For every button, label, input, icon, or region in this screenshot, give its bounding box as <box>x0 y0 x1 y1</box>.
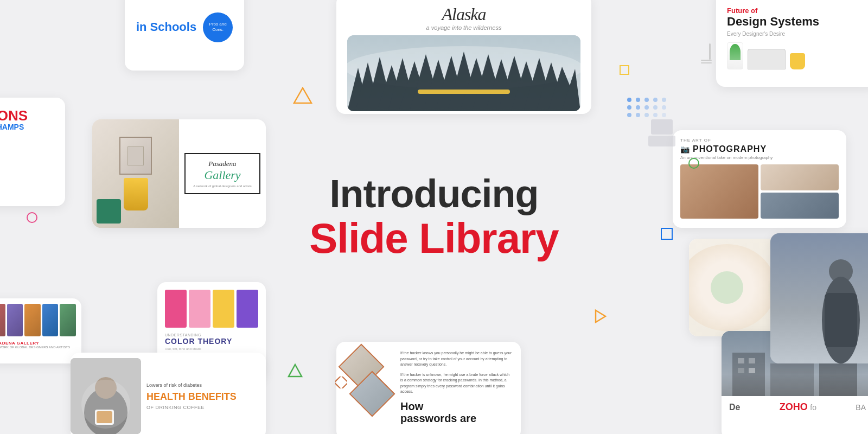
gallery-photo-5 <box>60 304 76 336</box>
gray-rect-deco <box>651 119 673 135</box>
pw-diamonds <box>345 350 394 421</box>
bar-pink <box>165 290 187 328</box>
enterprise-bottom: De ZOHO fo BA <box>722 396 868 418</box>
photo-title: PHOTOGRAPHY <box>693 144 767 154</box>
lessons-title: SSONS <box>0 108 54 123</box>
orange-play-deco <box>593 309 608 326</box>
ds-cup-icon <box>790 53 805 69</box>
gallery-logo-sub: A network of global designers and artist… <box>193 184 252 188</box>
schools-card[interactable]: in Schools Pros and Cons. <box>125 0 244 71</box>
svg-rect-43 <box>661 228 672 239</box>
schools-title: in Schools <box>136 20 196 34</box>
ds-laptop-icon <box>748 49 786 69</box>
bar-yellow <box>213 290 234 328</box>
svg-marker-46 <box>289 365 302 376</box>
gallery-small-title: PASADENA GALLERY <box>0 341 76 346</box>
alaska-image <box>347 35 580 111</box>
svg-rect-41 <box>825 293 857 347</box>
svg-point-44 <box>689 158 699 168</box>
svg-rect-21 <box>418 90 510 94</box>
green-triangle-deco <box>288 363 303 380</box>
ct-subtitle: Hue, tint, tone and shade <box>165 347 258 350</box>
camera-icon: 📷 <box>680 145 690 154</box>
gallery-photo-4 <box>42 304 59 336</box>
svg-point-45 <box>27 213 37 222</box>
gallery-logo: Pasadena Gallery A network of global des… <box>179 119 266 228</box>
person-card <box>770 233 868 363</box>
gallery-small-photos <box>0 304 76 336</box>
border-accent <box>709 43 711 60</box>
svg-rect-22 <box>71 358 141 434</box>
gallery-logo-name: Gallery <box>193 168 252 182</box>
pw-para1: If the hacker knows you personally he mi… <box>400 350 512 368</box>
svg-rect-47 <box>335 376 347 388</box>
gallery-small-subtitle: A NETWORK OF GLOBAL DESIGNERS AND ARTIST… <box>0 346 76 349</box>
hero-introducing: Introducing <box>309 173 559 215</box>
green-circle-deco <box>688 157 700 171</box>
gallery-counter <box>97 199 121 224</box>
health-title: HEALTH BENEFITS <box>146 392 257 403</box>
photo-cell-1 <box>680 164 758 219</box>
password-card[interactable]: If the hacker knows you personally he mi… <box>336 342 521 434</box>
gray-rect-deco-2 <box>648 136 675 146</box>
svg-point-24 <box>95 377 117 399</box>
bar-light-pink <box>189 290 210 328</box>
ds-subtitle: Every Designer's Desire <box>727 31 868 37</box>
orange-triangle-deco <box>293 87 312 106</box>
enterprise-brand: ZOHO fo <box>780 401 816 413</box>
hero-slide-library: Slide Library <box>309 215 559 262</box>
photo-grid <box>680 164 839 219</box>
ds-eyebrow: Future of <box>727 7 868 15</box>
photo-title-row: 📷 PHOTOGRAPHY <box>680 144 839 154</box>
lessons-subtitle: BA CHAMPS <box>0 123 54 131</box>
enterprise-fo: fo <box>810 403 816 412</box>
svg-rect-32 <box>749 358 755 363</box>
password-content: If the hacker knows you personally he mi… <box>345 350 512 424</box>
gallery-card[interactable]: Pasadena Gallery A network of global des… <box>92 119 266 228</box>
gallery-small-card[interactable]: PASADENA GALLERY A NETWORK OF GLOBAL DES… <box>0 298 81 363</box>
alaska-subtitle: a voyage into the wilderness <box>426 24 502 31</box>
pw-heading2: passwords are <box>400 412 512 424</box>
svg-rect-34 <box>749 368 755 373</box>
health-text: Lowers of risk of diabetes HEALTH BENEFI… <box>146 382 257 410</box>
photo-label: THE ART OF <box>680 138 839 143</box>
svg-rect-49 <box>620 66 629 74</box>
ds-plant-icon <box>727 42 743 69</box>
svg-rect-33 <box>738 368 744 373</box>
resize-handle <box>701 60 712 63</box>
svg-point-23 <box>84 388 127 434</box>
pw-para2: If the hacker is unknown, he might use a… <box>400 372 512 395</box>
gallery-photo-1 <box>0 304 5 336</box>
enterprise-text: De <box>729 403 740 412</box>
gallery-photo-2 <box>7 304 23 336</box>
ct-title: COLOR THEORY <box>165 337 258 346</box>
ds-title: Design Systems <box>727 15 868 29</box>
bar-purple <box>237 290 258 328</box>
enterprise-prefix: De <box>729 403 740 412</box>
gallery-photo <box>92 119 179 228</box>
ct-label: Understanding <box>165 333 258 337</box>
alaska-card[interactable]: Alaska a voyage into the wilderness <box>336 0 591 114</box>
pw-heading1: How <box>400 400 512 412</box>
eat-plate <box>689 244 776 331</box>
zoho-brand: ZOHO <box>780 401 808 412</box>
design-systems-card[interactable]: Future of Design Systems Every Designer'… <box>716 0 868 87</box>
yellow-square-deco <box>620 65 629 77</box>
password-text: If the hacker knows you personally he mi… <box>400 350 512 424</box>
health-lowers: Lowers of risk of diabetes <box>146 382 257 389</box>
alaska-title: Alaska <box>442 4 486 24</box>
svg-rect-29 <box>770 363 814 396</box>
health-card[interactable]: Lowers of risk of diabetes HEALTH BENEFI… <box>71 353 266 434</box>
lessons-card[interactable]: SSONS BA CHAMPS <box>0 98 65 206</box>
svg-marker-48 <box>596 310 605 322</box>
coffee-image <box>71 358 141 434</box>
svg-rect-25 <box>95 410 114 425</box>
orange-diamond-deco <box>335 376 347 391</box>
pink-circle-deco <box>26 212 38 226</box>
blue-square-deco <box>661 228 673 242</box>
photography-card[interactable]: THE ART OF 📷 PHOTOGRAPHY An unconvention… <box>673 130 846 228</box>
hero-section: Introducing Slide Library <box>309 173 559 262</box>
ds-icons <box>727 42 868 69</box>
gallery-logo-box: Pasadena Gallery A network of global des… <box>184 153 260 194</box>
photo-cell-3 <box>761 193 839 219</box>
